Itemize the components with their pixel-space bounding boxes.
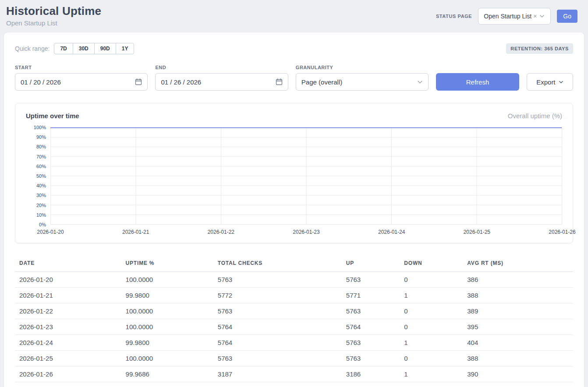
x-tick-label: 2026-01-22: [208, 229, 234, 235]
quick-range-7d-button[interactable]: 7D: [54, 43, 73, 54]
table-cell: 2026-01-20: [15, 272, 122, 288]
column-header: DOWN: [400, 256, 464, 272]
table-cell: 5772: [214, 288, 343, 303]
x-tick-label: 2026-01-24: [378, 229, 405, 235]
calendar-icon[interactable]: [135, 78, 142, 85]
start-date-input[interactable]: 01 / 20 / 2026: [15, 73, 148, 91]
chart-head: Uptime over time Overall uptime (%): [26, 112, 562, 120]
quick-range-1y-button[interactable]: 1Y: [116, 43, 135, 54]
x-tick-label: 2026-01-25: [464, 229, 490, 235]
table-cell: 5763: [343, 272, 400, 288]
table-header-row: DATEUPTIME %TOTAL CHECKSUPDOWNAVG RT (MS…: [15, 256, 573, 272]
retention-badge: RETENTION: 365 DAYS: [506, 43, 573, 54]
table-row: 2026-01-2499.9800576457631404: [15, 335, 573, 351]
table-body: 2026-01-20100.00005763576303862026-01-21…: [15, 272, 573, 382]
x-tick-label: 2026-01-26: [549, 229, 575, 235]
start-date-field: START 01 / 20 / 2026: [15, 65, 148, 91]
end-date-input[interactable]: 01 / 26 / 2026: [155, 73, 288, 91]
table-cell: 100.0000: [122, 303, 214, 319]
header-controls: STATUS PAGE Open Startup List × Go: [436, 8, 577, 25]
y-tick-label: 30%: [36, 193, 46, 198]
quick-range-30d-button[interactable]: 30D: [73, 43, 95, 54]
top-row: Quick range: 7D30D90D1Y RETENTION: 365 D…: [15, 43, 573, 54]
table-cell: 5764: [214, 319, 343, 335]
refresh-button[interactable]: Refresh: [436, 73, 519, 91]
end-date-field: END 01 / 26 / 2026: [155, 65, 288, 91]
table-cell: 5763: [343, 351, 400, 366]
table-cell: 5764: [214, 335, 343, 351]
table-cell: 2026-01-26: [15, 366, 122, 382]
granularity-field: GRANULARITY Page (overall): [296, 65, 429, 91]
page-header: Historical Uptime Open Startup List STAT…: [0, 0, 588, 32]
chevron-down-icon: [559, 80, 563, 84]
column-header: UP: [343, 256, 400, 272]
table-cell: 2026-01-23: [15, 319, 122, 335]
table-row: 2026-01-23100.0000576457640395: [15, 319, 573, 335]
controls-row: START 01 / 20 / 2026 END 01 / 26 / 2026 …: [15, 65, 573, 91]
granularity-select[interactable]: Page (overall): [296, 73, 429, 91]
chart-body: 100%90%80%70%60%50%40%30%20%10%0%: [26, 127, 562, 225]
quick-range-90d-button[interactable]: 90D: [94, 43, 116, 54]
chart-card: Uptime over time Overall uptime (%) 100%…: [15, 103, 573, 243]
table-cell: 1: [400, 335, 464, 351]
export-button[interactable]: Export: [527, 73, 573, 91]
page-title: Historical Uptime: [6, 4, 101, 18]
status-page-label: STATUS PAGE: [436, 14, 472, 19]
x-tick-label: 2026-01-20: [37, 229, 64, 235]
quick-range-wrap: Quick range: 7D30D90D1Y: [15, 43, 134, 54]
x-tick-label: 2026-01-23: [293, 229, 319, 235]
status-page-selected-value: Open Startup List: [484, 13, 531, 20]
y-tick-label: 20%: [36, 203, 46, 208]
table-cell: 5764: [343, 319, 400, 335]
start-date-value: 01 / 20 / 2026: [21, 78, 61, 86]
table-cell: 100.0000: [122, 351, 214, 366]
y-tick-label: 60%: [36, 164, 46, 169]
clear-selection-icon[interactable]: ×: [533, 13, 537, 20]
table-row: 2026-01-2199.9800577257711388: [15, 288, 573, 303]
end-label: END: [155, 65, 288, 70]
end-date-value: 01 / 26 / 2026: [161, 78, 201, 86]
main-card: Quick range: 7D30D90D1Y RETENTION: 365 D…: [4, 32, 584, 387]
status-page-select[interactable]: Open Startup List ×: [478, 8, 551, 25]
table-cell: 100.0000: [122, 319, 214, 335]
table-cell: 3186: [343, 366, 400, 382]
uptime-chart: [50, 127, 562, 224]
quick-range-group: 7D30D90D1Y: [54, 43, 134, 54]
chart-title: Uptime over time: [26, 112, 79, 120]
page-subtitle: Open Startup List: [6, 19, 101, 27]
chevron-down-icon: [417, 79, 423, 85]
table-row: 2026-01-22100.0000576357630389: [15, 303, 573, 319]
table-cell: 2026-01-24: [15, 335, 122, 351]
table-cell: 99.9686: [122, 366, 214, 382]
chart-legend: Overall uptime (%): [508, 112, 562, 120]
y-tick-label: 40%: [36, 183, 46, 188]
table-cell: 386: [464, 272, 573, 288]
go-button[interactable]: Go: [557, 10, 577, 23]
granularity-selected-value: Page (overall): [301, 78, 342, 86]
title-block: Historical Uptime Open Startup List: [6, 4, 101, 27]
table-cell: 0: [400, 351, 464, 366]
granularity-label: GRANULARITY: [296, 65, 429, 70]
table-cell: 5763: [343, 303, 400, 319]
x-tick-label: 2026-01-21: [122, 229, 149, 235]
column-header: UPTIME %: [122, 256, 214, 272]
table-cell: 0: [400, 303, 464, 319]
chevron-down-icon: [539, 14, 545, 19]
table-cell: 404: [464, 335, 573, 351]
table-cell: 389: [464, 303, 573, 319]
table-cell: 1: [400, 288, 464, 303]
table-cell: 100.0000: [122, 272, 214, 288]
table-row: 2026-01-2699.9686318731861390: [15, 366, 573, 382]
table-cell: 5763: [214, 303, 343, 319]
table-cell: 395: [464, 319, 573, 335]
calendar-icon[interactable]: [276, 78, 283, 85]
y-tick-label: 50%: [36, 173, 46, 179]
plot-area: [50, 127, 562, 225]
table-cell: 2026-01-25: [15, 351, 122, 366]
x-axis: 2026-01-202026-01-212026-01-222026-01-23…: [50, 229, 562, 236]
column-header: TOTAL CHECKS: [214, 256, 343, 272]
table-cell: 5771: [343, 288, 400, 303]
y-axis: 100%90%80%70%60%50%40%30%20%10%0%: [26, 127, 50, 225]
table-cell: 3187: [214, 366, 343, 382]
start-label: START: [15, 65, 148, 70]
